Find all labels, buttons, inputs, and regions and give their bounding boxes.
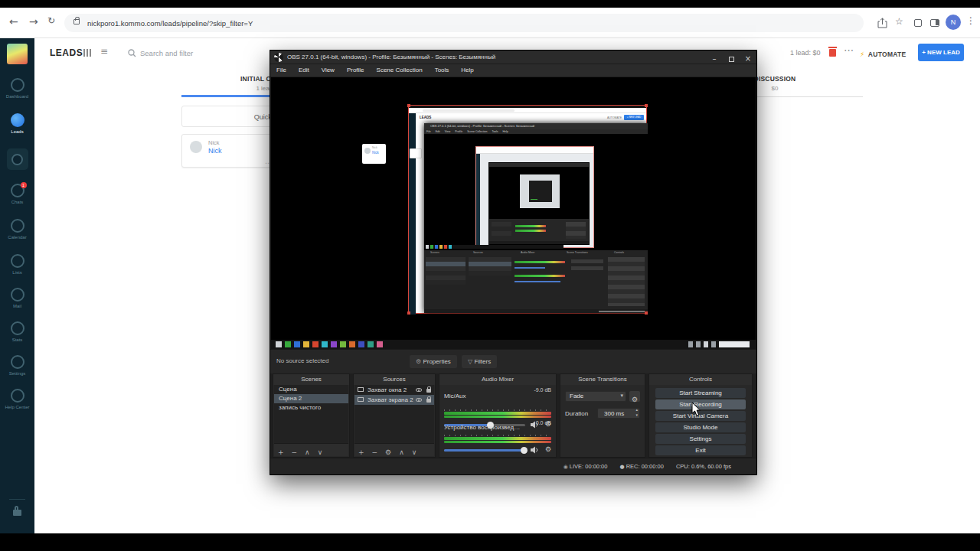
scenes-dock-title[interactable]: Scenes xyxy=(273,374,349,385)
capture-handle[interactable] xyxy=(407,104,410,107)
sidebar-lock-icon[interactable] xyxy=(13,510,21,516)
obs-titlebar[interactable]: OBS 27.0.1 (64-bit, windows) - Profile: … xyxy=(270,51,756,64)
visibility-eye-icon[interactable] xyxy=(416,388,422,392)
scene-item[interactable]: Сцена xyxy=(274,385,348,394)
spin-up-icon[interactable]: ▴ xyxy=(635,407,638,412)
transition-gear-button[interactable]: ⚙ xyxy=(629,391,640,402)
nested-capture-level3 xyxy=(520,174,560,208)
obs-control-button[interactable]: Settings xyxy=(655,434,746,444)
share-icon[interactable] xyxy=(877,18,887,28)
sidebar-item-stats[interactable]: Stats xyxy=(0,321,34,342)
preview-floating-card: Nick Nick xyxy=(362,144,386,164)
lead-name-link[interactable]: Nick xyxy=(208,147,222,155)
l3-meter xyxy=(531,199,537,201)
browser-forward-button[interactable]: → xyxy=(29,15,38,28)
url-text[interactable]: nickporo1.kommo.com/leads/pipeline/?skip… xyxy=(87,19,253,28)
side-panel-icon[interactable] xyxy=(930,19,939,27)
add-source-button[interactable]: + xyxy=(354,446,368,458)
source-item[interactable]: Захват экрана 2 xyxy=(354,395,434,405)
source-lock-icon[interactable] xyxy=(426,389,431,393)
automate-button[interactable]: ⚡ AUTOMATE xyxy=(860,44,906,61)
controls-dock-title[interactable]: Controls xyxy=(649,374,752,385)
address-bar[interactable]: nickporo1.kommo.com/leads/pipeline/?skip… xyxy=(64,14,864,32)
sidebar-item-active-widget[interactable] xyxy=(0,148,34,170)
move-scene-up-button[interactable]: ∧ xyxy=(301,446,314,458)
browser-menu-icon[interactable]: ⋮ xyxy=(966,15,975,26)
capture-handle[interactable] xyxy=(645,311,648,315)
obs-control-button[interactable]: Studio Mode xyxy=(655,422,746,432)
new-lead-button[interactable]: + NEW LEAD xyxy=(918,44,964,61)
sidebar-item-mail[interactable]: Mail xyxy=(0,288,34,308)
move-source-up-button[interactable]: ∧ xyxy=(395,446,408,458)
live-status: ◉ LIVE: 00:00:00 xyxy=(564,463,608,470)
slider-handle[interactable] xyxy=(521,447,528,454)
sidebar-item-dashboard[interactable]: Dashboard xyxy=(0,78,34,99)
visibility-eye-icon[interactable] xyxy=(416,398,422,402)
transition-select[interactable]: Fade ▾ xyxy=(565,391,626,402)
source-item[interactable]: Захват окна 2 xyxy=(354,385,434,395)
move-source-down-button[interactable]: ∨ xyxy=(408,446,421,458)
trash-icon[interactable] xyxy=(829,49,836,57)
source-properties-button[interactable]: ⚙ xyxy=(381,446,395,458)
mini-new-lead-button: + NEW LEAD xyxy=(624,115,644,120)
obs-preview-captured-screen[interactable]: LEADS AUTOMATE + NEW LEAD OBS 27.0.1 (64… xyxy=(408,105,647,314)
obs-control-button[interactable]: Start Streaming xyxy=(655,388,746,398)
sidebar-item-leads[interactable]: Leads xyxy=(0,113,34,134)
list-view-icon[interactable]: ≡ xyxy=(100,46,108,57)
remove-source-button[interactable]: − xyxy=(368,446,382,458)
bookmark-star-icon[interactable]: ☆ xyxy=(895,16,903,27)
scene-item[interactable]: Сцена 2 xyxy=(274,394,348,403)
more-options-icon[interactable]: ⋯ xyxy=(844,44,854,56)
obs-menu-item[interactable]: Scene Collection xyxy=(371,64,429,77)
obs-menu-item[interactable]: Edit xyxy=(292,64,315,77)
ssl-lock-icon[interactable] xyxy=(74,19,80,24)
extensions-puzzle-icon[interactable] xyxy=(914,19,922,27)
capture-handle[interactable] xyxy=(645,104,648,107)
kommo-logo[interactable] xyxy=(7,44,28,64)
scene-item[interactable]: запись чистого xyxy=(274,403,348,412)
obs-control-button[interactable]: Exit xyxy=(655,445,746,455)
move-scene-down-button[interactable]: ∨ xyxy=(314,446,327,458)
mini-slider1 xyxy=(514,267,545,269)
sidebar-item-help-center[interactable]: Help Center xyxy=(0,389,34,409)
channel-gear-icon[interactable]: ⚙ xyxy=(545,445,551,453)
obs-menu-item[interactable]: Profile xyxy=(341,64,371,77)
capture-handle[interactable] xyxy=(407,311,410,315)
obs-menu-item[interactable]: Help xyxy=(455,64,479,77)
add-scene-button[interactable]: + xyxy=(274,446,288,458)
pipeline-view-icon[interactable] xyxy=(83,49,91,57)
audio-mixer-dock-title[interactable]: Audio Mixer xyxy=(439,374,556,385)
source-label: Захват окна 2 xyxy=(368,385,407,395)
sidebar-item-calendar[interactable]: Calendar xyxy=(0,219,34,240)
channel-name: Mic/Aux xyxy=(444,393,466,399)
mini-dock-title: Audio Mixer xyxy=(521,251,534,254)
duration-spinbox[interactable]: 300 ms ▴ ▾ xyxy=(597,408,640,419)
sources-dock-title[interactable]: Sources xyxy=(354,374,435,385)
kommo-sidebar: Dashboard Leads 1 Chats Calendar Lists xyxy=(0,38,34,533)
maximize-icon xyxy=(729,57,734,62)
properties-button[interactable]: ⚙ Properties xyxy=(410,355,457,368)
obs-menu-item[interactable]: File xyxy=(270,64,292,77)
speaker-icon[interactable] xyxy=(530,446,539,454)
source-lock-icon[interactable] xyxy=(426,399,431,403)
mini-controls xyxy=(608,257,645,306)
volume-slider[interactable]: ⚙ xyxy=(444,445,551,455)
taskbar-tray xyxy=(688,341,750,347)
sidebar-item-lists[interactable]: Lists xyxy=(0,254,34,275)
search-input[interactable]: Search and filter xyxy=(140,49,193,57)
mini-taskbar xyxy=(426,245,564,249)
browser-back-button[interactable]: ← xyxy=(9,15,18,28)
spin-down-icon[interactable]: ▾ xyxy=(635,412,638,417)
obs-menu-item[interactable]: View xyxy=(315,64,341,77)
meter-ruler xyxy=(444,409,551,411)
mini-kommo-header: LEADS AUTOMATE + NEW LEAD xyxy=(416,113,646,123)
obs-menu-item[interactable]: Tools xyxy=(429,64,456,77)
remove-scene-button[interactable]: − xyxy=(288,446,302,458)
obs-preview[interactable]: Nick Nick LEADS AUTOMATE + NEW LEAD xyxy=(271,77,756,349)
transitions-dock-title[interactable]: Scene Transitions xyxy=(560,374,645,385)
profile-avatar[interactable]: N xyxy=(946,15,961,30)
sidebar-item-settings[interactable]: Settings xyxy=(0,355,34,376)
browser-reload-button[interactable]: ↻ xyxy=(47,15,55,26)
sidebar-item-chats[interactable]: 1 Chats xyxy=(0,184,34,204)
filters-button[interactable]: ▽ Filters xyxy=(462,355,497,368)
